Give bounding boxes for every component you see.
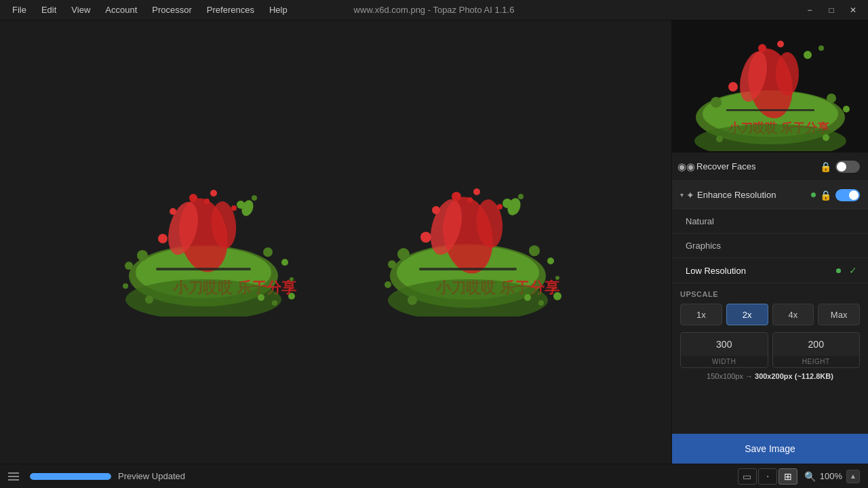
zoom-increase-button[interactable]: ▲ bbox=[846, 470, 860, 483]
canvas-area[interactable]: 小刀哎哎 乐于分享 bbox=[0, 20, 671, 464]
svg-point-43 bbox=[497, 204, 502, 209]
svg-point-59 bbox=[776, 52, 799, 96]
model-low-resolution[interactable]: Low Resolution ✓ bbox=[672, 258, 868, 283]
model-check-icon: ✓ bbox=[849, 265, 857, 276]
close-button[interactable]: ✕ bbox=[844, 3, 863, 17]
titlebar: File Edit View Account Processor Prefere… bbox=[0, 0, 868, 20]
recover-faces-toggle[interactable] bbox=[835, 161, 860, 173]
menu-view[interactable]: View bbox=[64, 2, 97, 18]
upscale-buttons-row: 1x 2x 4x Max bbox=[680, 304, 860, 325]
svg-point-40 bbox=[473, 188, 480, 195]
height-box: 200 HEIGHT bbox=[772, 332, 861, 368]
svg-point-66 bbox=[827, 94, 836, 103]
svg-point-24 bbox=[145, 296, 153, 304]
face-icon: ◉ bbox=[680, 161, 692, 173]
svg-point-32 bbox=[388, 260, 396, 268]
svg-point-62 bbox=[804, 51, 812, 59]
window-controls: − □ ✕ bbox=[800, 3, 863, 17]
model-selected-dot bbox=[836, 268, 841, 273]
menu-edit[interactable]: Edit bbox=[35, 2, 63, 18]
view-mode-buttons: ▭ ⬝ ⊞ bbox=[738, 468, 797, 485]
width-label: WIDTH bbox=[681, 356, 768, 367]
hamburger-line bbox=[8, 479, 19, 481]
dimensions-row: 300 WIDTH 200 HEIGHT bbox=[680, 332, 860, 368]
view-split-vertical-button[interactable]: ⬝ bbox=[758, 468, 777, 485]
maximize-button[interactable]: □ bbox=[822, 3, 841, 17]
save-image-button[interactable]: Save Image bbox=[672, 434, 868, 464]
recover-faces-label: ◉ Recover Faces bbox=[680, 161, 820, 173]
svg-point-30 bbox=[529, 245, 540, 256]
svg-point-71 bbox=[716, 136, 723, 142]
enhance-lock-icon: 🔒 bbox=[820, 190, 831, 201]
svg-point-63 bbox=[818, 45, 824, 51]
svg-point-29 bbox=[397, 248, 410, 260]
svg-point-39 bbox=[452, 192, 461, 201]
thumbnail-preview: 小刀哎哎 乐于分享 bbox=[672, 20, 868, 152]
svg-point-26 bbox=[272, 300, 277, 306]
view-single-button[interactable]: ▭ bbox=[738, 468, 757, 485]
svg-point-2 bbox=[137, 250, 148, 261]
svg-point-19 bbox=[252, 195, 257, 201]
height-value[interactable]: 200 bbox=[773, 333, 860, 356]
progress-bar bbox=[30, 473, 111, 480]
svg-point-35 bbox=[384, 281, 391, 288]
view-split-horizontal-button[interactable]: ⊞ bbox=[778, 468, 797, 485]
recover-faces-section: ◉ Recover Faces 🔒 bbox=[672, 152, 868, 181]
svg-point-4 bbox=[281, 259, 288, 266]
width-box: 300 WIDTH bbox=[680, 332, 768, 368]
enhance-resolution-toggle[interactable] bbox=[835, 189, 860, 201]
svg-point-67 bbox=[843, 106, 850, 113]
recover-faces-lock-icon: 🔒 bbox=[820, 161, 831, 172]
progress-fill bbox=[30, 473, 111, 480]
svg-point-14 bbox=[204, 199, 210, 204]
upscale-2x-button[interactable]: 2x bbox=[726, 304, 768, 325]
image-comparison: 小刀哎哎 乐于分享 bbox=[85, 161, 587, 323]
svg-point-31 bbox=[547, 258, 554, 264]
svg-point-64 bbox=[728, 82, 738, 92]
model-graphics[interactable]: Graphics bbox=[672, 234, 868, 258]
menu-help[interactable]: Help bbox=[262, 2, 294, 18]
preview-status-label: Preview Updated bbox=[118, 471, 185, 481]
enhance-active-indicator bbox=[811, 192, 816, 197]
height-label: HEIGHT bbox=[773, 356, 860, 367]
upscale-4x-button[interactable]: 4x bbox=[772, 304, 814, 325]
svg-point-13 bbox=[210, 190, 217, 197]
model-natural[interactable]: Natural bbox=[672, 209, 868, 234]
zoom-controls: 🔍 100% ▲ bbox=[804, 470, 860, 483]
svg-rect-68 bbox=[726, 109, 814, 111]
menu-file[interactable]: File bbox=[5, 2, 33, 18]
svg-point-5 bbox=[125, 262, 133, 270]
svg-point-46 bbox=[518, 194, 524, 199]
enhance-resolution-section: ▾ ✦ Enhance Resolution 🔒 bbox=[672, 181, 868, 209]
enhance-chevron-icon[interactable]: ▾ bbox=[680, 191, 684, 199]
svg-point-52 bbox=[524, 294, 531, 301]
svg-point-41 bbox=[467, 197, 473, 203]
svg-point-16 bbox=[231, 205, 237, 211]
menu-account[interactable]: Account bbox=[98, 2, 144, 18]
upscale-label: UPSCALE bbox=[680, 290, 860, 298]
svg-point-15 bbox=[170, 208, 176, 215]
svg-point-53 bbox=[538, 300, 544, 306]
minimize-button[interactable]: − bbox=[800, 3, 819, 17]
menu-processor[interactable]: Processor bbox=[145, 2, 199, 18]
upscale-1x-button[interactable]: 1x bbox=[680, 304, 722, 325]
right-panel: 小刀哎哎 乐于分享 ◉ Recover Faces 🔒 ▾ ✦ bbox=[671, 20, 868, 464]
svg-point-60 bbox=[758, 44, 766, 52]
window-title: www.x6d.com.png - Topaz Photo AI 1.1.6 bbox=[354, 5, 515, 15]
hamburger-line bbox=[8, 476, 19, 477]
zoom-icon: 🔍 bbox=[804, 471, 816, 482]
svg-point-3 bbox=[263, 247, 273, 257]
upscale-max-button[interactable]: Max bbox=[818, 304, 860, 325]
svg-point-65 bbox=[711, 97, 722, 108]
svg-rect-21 bbox=[156, 268, 251, 270]
enhanced-image: 小刀哎哎 乐于分享 bbox=[349, 161, 587, 323]
svg-point-42 bbox=[432, 206, 440, 214]
svg-point-61 bbox=[777, 41, 784, 47]
menu-preferences[interactable]: Preferences bbox=[200, 2, 261, 18]
svg-point-51 bbox=[408, 296, 417, 305]
main-container: 小刀哎哎 乐于分享 bbox=[0, 20, 868, 464]
width-value[interactable]: 300 bbox=[681, 333, 768, 356]
original-image: 小刀哎哎 乐于分享 bbox=[85, 161, 322, 323]
hamburger-menu-button[interactable] bbox=[8, 469, 23, 484]
svg-point-72 bbox=[823, 134, 829, 141]
